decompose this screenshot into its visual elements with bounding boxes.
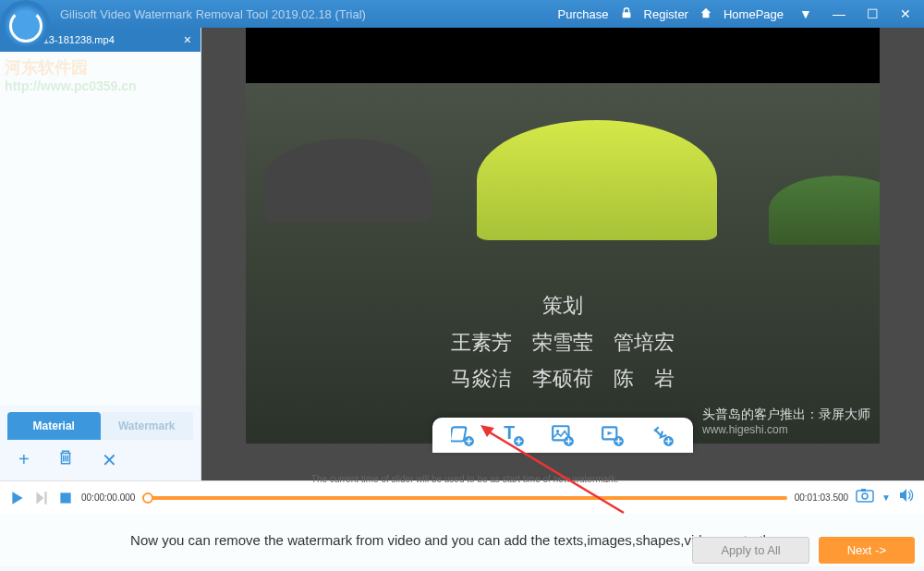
main-area: 20190213-181238.mp4 × 河东软件园 http://www.p… [0,28,924,480]
umbrella-green [769,176,880,245]
video-credits: 策划 王素芳 荣雪莹 管培宏 马焱洁 李硕荷 陈 岩 [451,287,675,397]
maximize-button[interactable]: ☐ [861,5,883,23]
umbrella-yellow [477,120,717,240]
video-area: 策划 王素芳 荣雪莹 管培宏 马焱洁 李硕荷 陈 岩 头普岛的客户推出：录屏大师… [201,28,924,480]
slider-track [142,496,786,500]
svg-rect-13 [857,491,873,502]
add-icon[interactable]: + [18,449,30,471]
bottom-buttons: Apply to All Next -> [692,537,915,564]
file-list: 河东软件园 http://www.pc0359.cn [0,52,201,405]
svg-point-14 [862,493,868,499]
volume-button[interactable] [898,488,915,507]
step-button[interactable] [33,490,50,506]
svg-rect-11 [44,492,46,504]
titlebar: Gilisoft Video Watermark Removal Tool 20… [0,0,924,28]
svg-rect-15 [861,489,866,492]
app-logo [0,0,51,51]
delete-icon[interactable] [57,449,74,471]
lock-icon [620,6,633,22]
tabs: Material Watermark [7,412,193,440]
add-effect-button[interactable] [650,423,675,447]
next-button[interactable]: Next -> [819,537,915,564]
purchase-link[interactable]: Purchase [558,7,609,21]
add-shape-button[interactable] [451,423,475,447]
add-video-button[interactable] [601,423,625,447]
tab-material[interactable]: Material [7,412,101,440]
svg-text:T: T [504,423,515,443]
minimize-button[interactable]: — [828,5,850,23]
video-watermark: 头普岛的客户推出：录屏大师 www.higeshi.com [702,407,870,436]
svg-rect-1 [451,427,467,441]
bg-watermark: 河东软件园 http://www.pc0359.cn [0,52,141,98]
svg-rect-0 [622,12,630,18]
add-image-button[interactable] [551,423,575,447]
slider-hint: The current time of slider will be used … [311,474,618,484]
clear-icon[interactable]: ✕ [102,449,117,471]
time-current: 00:00:00.000 [81,492,135,503]
play-button[interactable] [9,490,26,506]
video-frame: 策划 王素芳 荣雪莹 管培宏 马焱洁 李硕荷 陈 岩 头普岛的客户推出：录屏大师… [246,28,880,443]
video-content: 策划 王素芳 荣雪莹 管培宏 马焱洁 李硕荷 陈 岩 头普岛的客户推出：录屏大师… [246,83,880,443]
file-close-icon[interactable]: × [184,32,191,47]
umbrella-dark [264,139,431,222]
action-row: + ✕ [0,440,201,480]
titlebar-right: Purchase Register HomePage ▼ — ☐ ✕ [558,5,924,23]
app-title: Gilisoft Video Watermark Removal Tool 20… [60,7,366,21]
watermark-toolbar: T [432,418,693,453]
sidebar: 20190213-181238.mp4 × 河东软件园 http://www.p… [0,28,201,480]
register-link[interactable]: Register [644,7,688,21]
homepage-link[interactable]: HomePage [723,7,784,21]
close-button[interactable]: ✕ [894,5,917,23]
add-text-button[interactable]: T [501,423,525,447]
snapshot-dropdown-icon[interactable]: ▼ [881,492,891,503]
apply-all-button[interactable]: Apply to All [692,537,808,564]
menu-button[interactable]: ▼ [795,5,817,23]
player-controls: 00:00:00.000 The current time of slider … [0,480,924,514]
stop-button[interactable] [57,490,74,506]
home-icon [699,6,712,22]
svg-rect-12 [60,492,70,503]
time-slider[interactable]: The current time of slider will be used … [142,489,786,507]
tab-watermark[interactable]: Watermark [101,412,194,440]
time-total: 00:01:03.500 [795,492,848,503]
snapshot-button[interactable] [856,488,874,507]
slider-thumb[interactable] [142,492,153,504]
